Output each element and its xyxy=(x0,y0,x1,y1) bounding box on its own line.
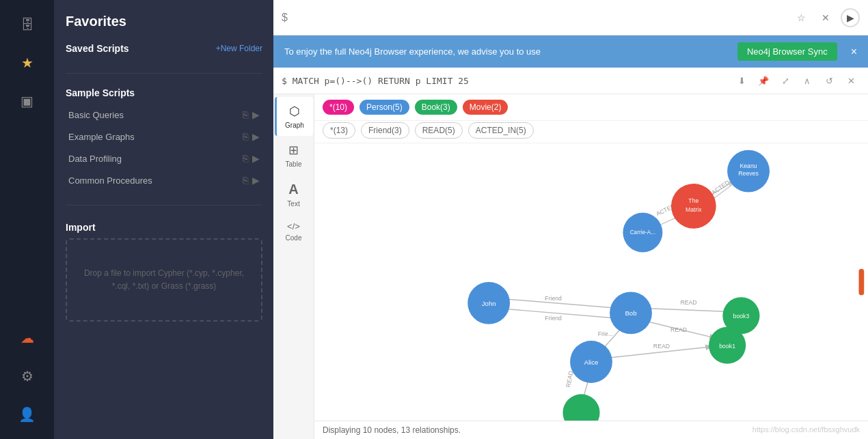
code-tab-icon: </> xyxy=(287,221,300,231)
badge-all-rels[interactable]: *(13) xyxy=(323,122,355,139)
result-panel: $ MATCH p=()-->() RETURN p LIMIT 25 ⬇ 📌 … xyxy=(273,68,868,439)
expand-handle[interactable] xyxy=(859,269,865,296)
banner: To enjoy the full Neo4j Browser experien… xyxy=(273,36,868,68)
import-label: Import xyxy=(66,222,96,233)
graph-area: ACTED_IN ACTED_IN ACTED_IN Friend Friend xyxy=(314,143,868,421)
badge-read[interactable]: READ(5) xyxy=(415,122,463,139)
import-section: Import Drop a file to import Cypher (*.c… xyxy=(66,222,262,322)
badge-acted-in[interactable]: ACTED_IN(5) xyxy=(468,122,534,139)
status-bar: Displaying 10 nodes, 13 relationships. h… xyxy=(314,421,868,439)
sidebar-item-example-graphs[interactable]: Example Graphs ⎘ ▶ xyxy=(66,126,262,147)
favorites-icon[interactable]: ★ xyxy=(11,46,44,79)
divider2 xyxy=(66,205,262,206)
drop-zone[interactable]: Drop a file to import Cypher (*.cyp, *.c… xyxy=(66,238,262,322)
banner-text: To enjoy the full Neo4j Browser experien… xyxy=(284,46,729,57)
svg-text:The: The xyxy=(688,197,699,204)
badge-book[interactable]: Book(3) xyxy=(415,100,457,115)
node-filter-row2: *(13) Friend(3) READ(5) ACTED_IN(5) xyxy=(314,121,868,143)
neo4j-sync-button[interactable]: Neo4j Browser Sync xyxy=(737,42,837,61)
collapse-icon[interactable]: ∧ xyxy=(798,72,816,89)
svg-text:Keanu: Keanu xyxy=(740,162,757,169)
edge-label-read3: READ xyxy=(653,343,670,350)
view-tabs: ⬡ Graph ⊞ Table A Text </> Code xyxy=(273,94,314,439)
chevron-right-icon: ▶ xyxy=(252,109,260,120)
chevron-right-icon: ▶ xyxy=(252,153,260,164)
tab-table[interactable]: ⊞ Table xyxy=(275,136,313,175)
result-query: $ MATCH p=()-->() RETURN p LIMIT 25 xyxy=(282,76,727,86)
text-tab-icon: A xyxy=(288,182,298,197)
result-toolbar: $ MATCH p=()-->() RETURN p LIMIT 25 ⬇ 📌 … xyxy=(273,68,868,94)
svg-text:Alice: Alice xyxy=(584,358,599,366)
sidebar-title: Favorites xyxy=(66,14,262,29)
copy-icon: ⎘ xyxy=(243,109,248,120)
expand-icon[interactable]: ⤢ xyxy=(776,72,794,89)
close-button[interactable]: ✕ xyxy=(816,8,835,27)
badge-person[interactable]: Person(5) xyxy=(360,100,409,115)
svg-text:book1: book1 xyxy=(719,343,735,350)
svg-text:Reeves: Reeves xyxy=(738,170,759,177)
banner-close-icon[interactable]: × xyxy=(851,46,857,58)
watermark: https://blog.csdn.net/fbsxghvudk xyxy=(752,425,860,435)
badge-friend[interactable]: Friend(3) xyxy=(361,122,409,139)
sample-scripts-section: Sample Scripts Basic Queries ⎘ ▶ Example… xyxy=(66,87,262,191)
tab-graph[interactable]: ⬡ Graph xyxy=(275,97,313,136)
sidebar-item-basic-queries[interactable]: Basic Queries ⎘ ▶ xyxy=(66,104,262,126)
chevron-right-icon: ▶ xyxy=(252,175,260,186)
query-bar: $ ☆ ✕ ▶ xyxy=(273,0,868,36)
sample-scripts-label: Sample Scripts xyxy=(66,87,135,98)
edge-label-friend1: Friend xyxy=(545,295,562,302)
edge-label-read1: READ xyxy=(681,299,697,306)
node-green-bottom[interactable] xyxy=(562,394,599,421)
close-result-icon[interactable]: ✕ xyxy=(842,72,860,89)
query-bar-icons: ☆ ✕ ▶ xyxy=(791,8,860,27)
main-area: $ ☆ ✕ ▶ To enjoy the full Neo4j Browser … xyxy=(273,0,868,439)
sidebar-item-common-procedures[interactable]: Common Procedures ⎘ ▶ xyxy=(66,169,262,191)
run-button[interactable]: ▶ xyxy=(841,8,860,27)
svg-text:Carrie-A...: Carrie-A... xyxy=(630,229,655,236)
edge-label-friend3: Frie... xyxy=(598,330,613,337)
refresh-icon[interactable]: ↺ xyxy=(820,72,838,89)
edge-label-read2: READ xyxy=(670,326,687,333)
result-toolbar-icons: ⬇ 📌 ⤢ ∧ ↺ ✕ xyxy=(733,72,860,89)
text-tab-label: Text xyxy=(287,200,299,208)
copy-icon: ⎘ xyxy=(243,153,248,164)
svg-text:Bob: Bob xyxy=(625,309,636,317)
drop-zone-text: Drop a file to import Cypher (*.cyp, *.c… xyxy=(84,268,244,291)
sidebar: Favorites Saved Scripts +New Folder Samp… xyxy=(55,0,273,439)
chevron-right-icon: ▶ xyxy=(252,131,260,142)
user-icon[interactable]: 👤 xyxy=(11,398,44,431)
pin-icon[interactable]: 📌 xyxy=(755,72,772,89)
settings-icon[interactable]: ⚙ xyxy=(11,360,44,393)
saved-scripts-section: Saved Scripts +New Folder xyxy=(66,43,262,59)
saved-scripts-label: Saved Scripts xyxy=(66,43,129,54)
svg-text:book3: book3 xyxy=(733,313,750,320)
edge-label-friend2: Friend xyxy=(545,315,562,322)
cloud-icon[interactable]: ☁ xyxy=(11,322,44,354)
document-icon[interactable]: ▣ xyxy=(11,85,44,117)
icon-bar: 🗄 ★ ▣ ☁ ⚙ 👤 xyxy=(0,0,55,439)
code-tab-label: Code xyxy=(286,234,302,242)
query-input[interactable] xyxy=(293,12,786,23)
graph-svg: ACTED_IN ACTED_IN ACTED_IN Friend Friend xyxy=(314,143,868,421)
node-filter-row1: *(10) Person(5) Book(3) Movie(2) xyxy=(314,94,868,121)
new-folder-button[interactable]: +New Folder xyxy=(216,44,262,53)
result-body: ⬡ Graph ⊞ Table A Text </> Code xyxy=(273,94,868,439)
copy-icon: ⎘ xyxy=(243,131,248,142)
tab-code[interactable]: </> Code xyxy=(275,214,313,249)
table-tab-icon: ⊞ xyxy=(288,143,299,158)
database-icon[interactable]: 🗄 xyxy=(11,8,44,41)
download-icon[interactable]: ⬇ xyxy=(733,72,750,89)
svg-text:Matrix: Matrix xyxy=(686,206,702,213)
star-button[interactable]: ☆ xyxy=(791,8,811,27)
graph-tab-label: Graph xyxy=(285,122,304,129)
badge-all-nodes[interactable]: *(10) xyxy=(323,100,354,115)
badge-movie[interactable]: Movie(2) xyxy=(463,100,508,115)
edge-label-read4: READ xyxy=(565,371,574,388)
table-tab-label: Table xyxy=(286,160,302,168)
svg-text:John: John xyxy=(482,300,496,307)
sidebar-item-data-profiling[interactable]: Data Profiling ⎘ ▶ xyxy=(66,147,262,169)
status-text: Displaying 10 nodes, 13 relationships. xyxy=(323,425,461,435)
copy-icon: ⎘ xyxy=(243,175,248,186)
query-dollar: $ xyxy=(282,12,288,24)
tab-text[interactable]: A Text xyxy=(275,175,313,214)
